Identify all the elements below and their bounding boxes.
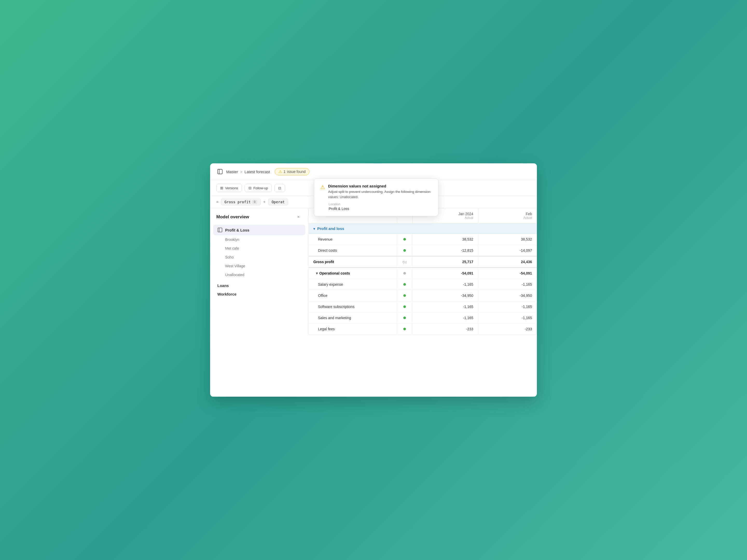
sidebar-sub-soho[interactable]: Soho: [221, 253, 305, 262]
sidebar-sub-unallocated[interactable]: Unallocated: [221, 270, 305, 279]
fx-label: f(x): [402, 260, 407, 264]
breadcrumb-forecast[interactable]: Latest forecast: [244, 169, 270, 174]
formula-plus: +: [263, 199, 265, 204]
tooltip-content: Dimension values not assigned Adjust spl…: [328, 184, 432, 199]
tooltip-fields: Location Profit & Loss: [320, 203, 432, 211]
row-label: ▾Operational costs: [309, 268, 397, 279]
row-jan: -34,950: [412, 290, 478, 301]
row-label: Revenue: [309, 234, 397, 245]
svg-rect-2: [218, 228, 222, 232]
row-indicator: [397, 279, 412, 290]
row-jan: 38,532: [412, 234, 478, 245]
profit-loss-icon: [217, 228, 223, 233]
issue-badge[interactable]: ⚠ 1 issue found: [275, 168, 309, 175]
profit-loss-group: Profit & Loss Brooklyn Met cafe Soho Wes…: [213, 225, 305, 279]
sidebar-loans[interactable]: Loans: [210, 280, 308, 289]
sidebar-item-profit-loss[interactable]: Profit & Loss: [213, 225, 305, 235]
row-jan: -1,165: [412, 279, 478, 290]
svg-rect-0: [217, 169, 222, 174]
tooltip-title: Dimension values not assigned: [328, 184, 432, 188]
row-feb: 38,532: [478, 234, 537, 245]
formula-equals: =: [216, 200, 218, 204]
extra-icon: ⊡: [278, 186, 281, 190]
row-indicator: [397, 301, 412, 313]
financial-table: Jan 2024 Actual Feb Actual ▾Profit and l…: [309, 208, 537, 335]
formula-chip-2[interactable]: Operat: [268, 198, 288, 205]
sidebar-workforce[interactable]: Workforce: [210, 289, 308, 297]
tooltip-field-label: Location: [329, 203, 432, 206]
row-feb: -54,091: [478, 268, 537, 279]
row-indicator: f(x): [397, 256, 412, 268]
table-row-0[interactable]: Revenue 38,532 38,532: [309, 234, 537, 245]
green-dot: [403, 238, 406, 241]
row-label: Office: [309, 290, 397, 301]
row-jan: -1,165: [412, 301, 478, 313]
formula-chip-2-label: Operat: [272, 200, 285, 204]
layers-icon: ⊞: [220, 186, 223, 190]
tooltip-warning-icon: ⚠: [320, 184, 325, 190]
tooltip-header: ⚠ Dimension values not assigned Adjust s…: [320, 184, 432, 199]
table-row-1[interactable]: Direct costs -12,815 -14,097: [309, 245, 537, 257]
sidebar-sub-brooklyn[interactable]: Brooklyn: [221, 235, 305, 244]
feb-sub: Actual: [483, 216, 532, 220]
section-profit-and-loss[interactable]: ▾Profit and loss: [309, 223, 537, 234]
row-feb: 24,436: [478, 256, 537, 268]
table-row-4[interactable]: Salary expense -1,165 -1,165: [309, 279, 537, 290]
sidebar-sub-metcafe[interactable]: Met cafe: [221, 244, 305, 253]
table-row-section-3[interactable]: ▾Operational costs -54,091 -54,091: [309, 268, 537, 279]
jan-sub: Actual: [417, 216, 473, 220]
jan-label: Jan 2024: [458, 212, 473, 216]
green-dot: [403, 305, 406, 308]
main-layout: Model overview × Profit & Loss: [210, 208, 537, 335]
row-label: Sales and marketing: [309, 313, 397, 324]
breadcrumb-sep: >: [240, 169, 242, 174]
green-dot: [403, 249, 406, 252]
sidebar-header: Model overview ×: [210, 208, 308, 225]
table-row-7[interactable]: Sales and marketing -1,165 -1,165: [309, 313, 537, 324]
row-indicator: [397, 313, 412, 324]
row-jan: 25,717: [412, 256, 478, 268]
formula-chip-1[interactable]: Gross profit 0: [221, 198, 260, 205]
row-feb: -1,165: [478, 313, 537, 324]
green-dot: [403, 283, 406, 286]
breadcrumb-master[interactable]: Master: [226, 169, 238, 174]
row-feb: -233: [478, 324, 537, 335]
followup-button[interactable]: ⊟ Follow-up: [244, 184, 272, 192]
feb-label: Feb: [526, 212, 532, 216]
sidebar-item-profit-loss-label: Profit & Loss: [225, 228, 249, 232]
tooltip-description: Adjust split to prevent undercounting. A…: [328, 189, 432, 199]
sidebar-section: Profit & Loss Brooklyn Met cafe Soho Wes…: [210, 225, 308, 279]
table-row-subtotal-2: Gross profit f(x) 25,717 24,436: [309, 256, 537, 268]
gray-dot: [403, 272, 406, 274]
feb-header: Feb Actual: [478, 208, 537, 223]
green-dot: [403, 317, 406, 319]
extra-button[interactable]: ⊡: [275, 184, 285, 192]
chevron-icon: ▾: [313, 227, 315, 231]
row-jan: -233: [412, 324, 478, 335]
tooltip: ⚠ Dimension values not assigned Adjust s…: [314, 178, 438, 216]
table-body: ▾Profit and loss Revenue 38,532 38,532 D…: [309, 223, 537, 335]
sidebar-sub-westvillage[interactable]: West Village: [221, 262, 305, 270]
sidebar-sub-items: Brooklyn Met cafe Soho West Village Unal…: [221, 235, 305, 279]
row-jan: -54,091: [412, 268, 478, 279]
breadcrumb: Master > Latest forecast: [226, 169, 270, 174]
table-row-6[interactable]: Software subscriptions -1,165 -1,165: [309, 301, 537, 313]
green-dot: [403, 328, 406, 330]
app-window: Master > Latest forecast ⚠ 1 issue found…: [210, 163, 537, 397]
grid-icon: ⊟: [249, 186, 252, 190]
row-indicator: [397, 245, 412, 257]
table-row-5[interactable]: Office -34,950 -34,950: [309, 290, 537, 301]
table-row-8[interactable]: Legal fees -233 -233: [309, 324, 537, 335]
row-label: Gross profit: [309, 256, 397, 268]
close-button[interactable]: ×: [295, 213, 302, 221]
tooltip-field-value: Profit & Loss: [329, 207, 432, 211]
section-label: ▾Profit and loss: [309, 223, 537, 234]
green-dot: [403, 294, 406, 297]
warning-icon: ⚠: [279, 169, 282, 174]
versions-label: Versions: [225, 186, 238, 190]
versions-button[interactable]: ⊞ Versions: [216, 184, 242, 192]
sidebar-title: Model overview: [216, 214, 249, 220]
row-indicator: [397, 290, 412, 301]
row-feb: -34,950: [478, 290, 537, 301]
sidebar-toggle-icon[interactable]: [216, 168, 224, 175]
